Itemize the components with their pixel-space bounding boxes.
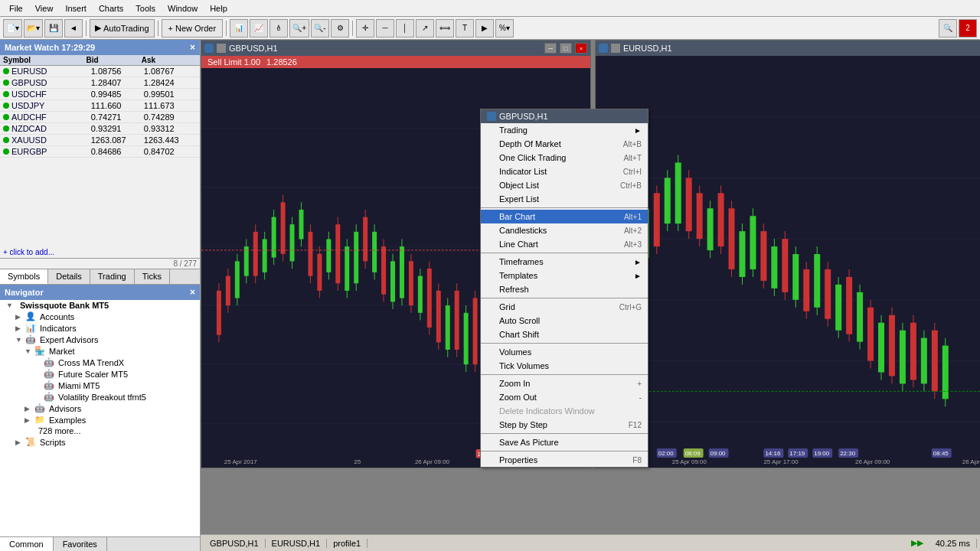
- zoom-out-btn[interactable]: 🔍-: [311, 19, 329, 37]
- context-menu-item[interactable]: Auto Scroll: [481, 314, 648, 328]
- status-gbpusd[interactable]: GBPUSD,H1: [204, 539, 266, 548]
- market-watch-row[interactable]: GBPUSD 1.28407 1.28424: [0, 77, 200, 89]
- context-menu-item[interactable]: Grid Ctrl+G: [481, 300, 648, 314]
- context-menu-item[interactable]: Properties F8: [481, 453, 648, 467]
- save-btn[interactable]: 💾: [44, 19, 63, 37]
- nav-item[interactable]: ▼ 🏪 Market: [0, 345, 200, 357]
- nav-label: Cross MA TrendX: [58, 358, 124, 367]
- market-watch-close[interactable]: ×: [190, 42, 195, 53]
- nav-item[interactable]: ▶ 📁 Examples: [0, 414, 200, 425]
- nav-item[interactable]: ▶ 📜 Scripts: [0, 436, 200, 448]
- mw-add-row[interactable]: + click to add...: [0, 246, 200, 258]
- ctx-item-label: Line Chart: [499, 240, 538, 249]
- tab-ticks[interactable]: Ticks: [135, 269, 170, 284]
- eurusd-chart-content[interactable]: 1.09435 1.09340 1.09245 1.09150 1.09055 …: [596, 56, 980, 468]
- context-menu-item[interactable]: Candlesticks Alt+2: [481, 223, 648, 237]
- mw-ask: 1263.443: [144, 135, 197, 145]
- new-order-button[interactable]: + New Order: [162, 19, 224, 37]
- text-btn[interactable]: T: [456, 19, 474, 37]
- menu-view[interactable]: View: [29, 2, 60, 15]
- svg-text:08:45: 08:45: [933, 450, 949, 457]
- menu-file[interactable]: File: [3, 2, 29, 15]
- market-watch-row[interactable]: EURGBP 0.84686 0.84702: [0, 146, 200, 158]
- menu-tools[interactable]: Tools: [129, 2, 162, 15]
- nav-item[interactable]: 🤖 Volatility Breakout tfmt5: [0, 391, 200, 403]
- context-menu-item[interactable]: Tick Volumes: [481, 359, 648, 373]
- chart-line-btn[interactable]: 📈: [250, 19, 268, 37]
- context-menu-item[interactable]: Volumes: [481, 345, 648, 359]
- ctx-item-meta: F12: [629, 421, 642, 429]
- open-btn[interactable]: 📂▾: [24, 19, 43, 37]
- market-watch-row[interactable]: USDCHF 0.99485 0.99501: [0, 89, 200, 100]
- chart-candle-btn[interactable]: 🕯: [270, 19, 288, 37]
- context-menu-item[interactable]: Expert List: [481, 192, 648, 206]
- context-menu-item[interactable]: Refresh: [481, 282, 648, 296]
- bottom-tab-favorites[interactable]: Favorites: [54, 537, 107, 551]
- tab-details[interactable]: Details: [48, 269, 90, 284]
- tab-trading[interactable]: Trading: [90, 269, 135, 284]
- zoom-in-btn[interactable]: 🔍+: [289, 19, 309, 37]
- menu-charts[interactable]: Charts: [93, 2, 129, 15]
- menu-help[interactable]: Help: [204, 2, 234, 15]
- context-menu-item[interactable]: Timeframes ►: [481, 255, 648, 269]
- nav-expand: ▶: [15, 324, 23, 332]
- tab-symbols[interactable]: Symbols: [0, 269, 48, 284]
- context-menu-item[interactable]: Zoom Out -: [481, 390, 648, 404]
- chart-bar-btn[interactable]: 📊: [230, 19, 248, 37]
- context-menu-item[interactable]: Line Chart Alt+3: [481, 237, 648, 251]
- trend-btn[interactable]: ↗: [416, 19, 434, 37]
- arrow-btn[interactable]: ▶: [475, 19, 494, 37]
- market-watch-row[interactable]: EURUSD 1.08756 1.08767: [0, 66, 200, 77]
- navigator-close[interactable]: ×: [190, 287, 195, 298]
- context-menu-item[interactable]: One Click Trading Alt+T: [481, 151, 648, 165]
- search-btn[interactable]: 🔍: [939, 19, 957, 37]
- status-signal: ▶▶: [911, 538, 923, 548]
- nav-item[interactable]: 🤖 Future Scaler MT5: [0, 368, 200, 380]
- context-menu-item[interactable]: Templates ►: [481, 269, 648, 282]
- context-menu-item[interactable]: Zoom In +: [481, 377, 648, 390]
- ctx-item-label: Refresh: [499, 285, 529, 294]
- ctx-shortcut: Alt+T: [623, 154, 642, 162]
- new-order-label: New Order: [175, 24, 216, 33]
- market-watch-row[interactable]: NZDCAD 0.93291 0.93312: [0, 123, 200, 135]
- alert-btn[interactable]: 2: [959, 19, 977, 37]
- context-menu-item[interactable]: Chart Shift: [481, 328, 648, 341]
- h-line-btn[interactable]: ─: [376, 19, 394, 37]
- v-line-btn[interactable]: │: [396, 19, 414, 37]
- market-watch-row[interactable]: XAUUSD 1263.087 1263.443: [0, 135, 200, 146]
- market-watch-row[interactable]: USDJPY 111.660 111.673: [0, 100, 200, 112]
- menu-insert[interactable]: Insert: [59, 2, 93, 15]
- context-menu-item[interactable]: Step by Step F12: [481, 418, 648, 432]
- nav-item[interactable]: 🤖 Cross MA TrendX: [0, 357, 200, 368]
- nav-item[interactable]: ▶ 🤖 Advisors: [0, 403, 200, 414]
- context-menu-item[interactable]: Bar Chart Alt+1: [481, 210, 648, 223]
- crosshair-btn[interactable]: ✛: [356, 19, 374, 37]
- left-panel: Market Watch 17:29:29 × Symbol Bid Ask E…: [0, 40, 201, 551]
- nav-item[interactable]: ▶ 📊 Indicators: [0, 322, 200, 334]
- mw-ask: 0.74289: [144, 112, 197, 122]
- context-menu-item[interactable]: Object List Ctrl+B: [481, 178, 648, 192]
- gbpusd-close-btn[interactable]: ×: [575, 43, 587, 54]
- gbpusd-maximize-btn[interactable]: □: [560, 43, 572, 54]
- percent-btn[interactable]: %▾: [495, 19, 514, 37]
- bottom-tab-common[interactable]: Common: [0, 537, 54, 551]
- chart-props-btn[interactable]: ⚙: [331, 19, 349, 37]
- menu-window[interactable]: Window: [162, 2, 204, 15]
- back-btn[interactable]: ◄: [64, 19, 83, 37]
- context-menu-item[interactable]: Depth Of Market Alt+B: [481, 137, 648, 151]
- context-menu-item[interactable]: Indicator List Ctrl+I: [481, 165, 648, 178]
- nav-item[interactable]: 🤖 Miami MT5: [0, 380, 200, 391]
- new-btn[interactable]: 📄▾: [3, 19, 22, 37]
- context-menu-item[interactable]: Save As Picture: [481, 435, 648, 449]
- eurusd-chart-svg: 1.09435 1.09340 1.09245 1.09150 1.09055 …: [596, 56, 980, 468]
- fib-btn[interactable]: ⟺: [436, 19, 454, 37]
- gbpusd-minimize-btn[interactable]: ─: [544, 43, 557, 54]
- status-eurusd[interactable]: EURUSD,H1: [266, 539, 328, 548]
- context-menu-item[interactable]: Trading ►: [481, 123, 648, 137]
- market-watch-row[interactable]: AUDCHF 0.74271 0.74289: [0, 112, 200, 123]
- nav-item[interactable]: ▼ 🤖 Expert Advisors: [0, 334, 200, 345]
- autotrading-button[interactable]: ▶ AutoTrading: [90, 19, 155, 37]
- nav-item[interactable]: 728 more...: [0, 425, 200, 436]
- nav-item[interactable]: ▼ Swissquote Bank MT5: [0, 300, 200, 311]
- nav-item[interactable]: ▶ 👤 Accounts: [0, 311, 200, 322]
